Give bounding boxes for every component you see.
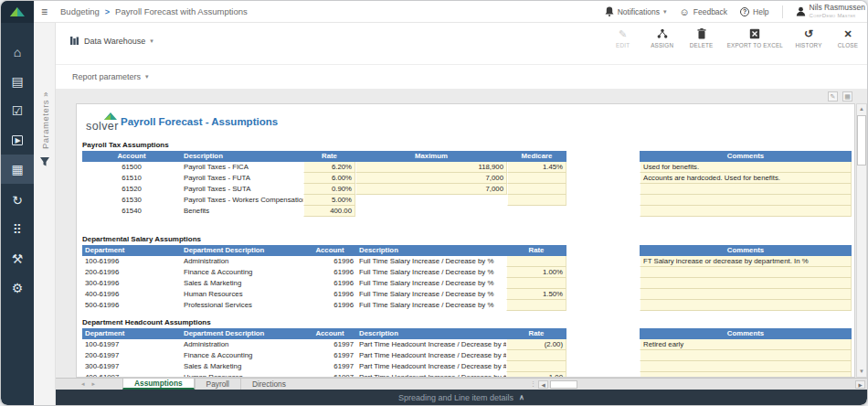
- comment-cell[interactable]: [640, 278, 852, 289]
- sidebar-item-report-library[interactable]: ▤: [1, 67, 34, 96]
- user-menu[interactable]: Nils Rasmussen CorpDemo Master: [796, 4, 865, 20]
- vertical-scroll-thumb[interactable]: [857, 115, 866, 166]
- input-cell[interactable]: (2.00): [506, 339, 566, 350]
- comment-cell[interactable]: [640, 267, 852, 278]
- data-cell: 500-61996: [82, 300, 181, 311]
- comment-cell[interactable]: [640, 195, 852, 206]
- input-cell[interactable]: 1.00%: [506, 267, 566, 278]
- data-cell: 61500: [82, 162, 181, 173]
- comment-cell[interactable]: [640, 206, 852, 217]
- breadcrumb-separator: >: [105, 7, 110, 16]
- input-cell[interactable]: 6.20%: [303, 162, 355, 173]
- comment-cell[interactable]: Retired early: [640, 339, 852, 350]
- user-avatar-icon: [796, 6, 806, 16]
- vertical-scrollbar[interactable]: ▲ ▼: [856, 103, 867, 378]
- spreading-details-bar[interactable]: Spreading and Line item details ∧: [56, 390, 867, 405]
- input-cell[interactable]: [506, 300, 566, 311]
- report-parameters-toggle[interactable]: Report parameters ▾: [72, 72, 149, 81]
- sidebar-item-process[interactable]: ⠿: [1, 215, 34, 244]
- export-to-excel-button[interactable]: EXPORT TO EXCEL: [727, 27, 783, 48]
- sheet-tab-payroll[interactable]: Payroll: [195, 379, 240, 390]
- input-cell[interactable]: [507, 173, 566, 184]
- scroll-down-arrow[interactable]: ▼: [857, 367, 866, 377]
- edit-label: EDIT: [616, 42, 630, 48]
- sidebar-item-publish[interactable]: ↻: [1, 186, 34, 215]
- data-cell: Full Time Salary Increase / Decrease by …: [356, 256, 506, 267]
- breadcrumb-section[interactable]: Budgeting: [60, 6, 100, 16]
- tab-scroll-left-icon[interactable]: ◂: [78, 379, 89, 390]
- hamburger-menu-icon[interactable]: ≡: [41, 5, 48, 18]
- help-button[interactable]: ? Help: [740, 7, 768, 16]
- close-button[interactable]: ✕CLOSE: [834, 27, 862, 48]
- input-cell[interactable]: 6.00%: [303, 173, 355, 184]
- scroll-left-arrow[interactable]: ◀: [538, 380, 548, 389]
- input-cell[interactable]: 7,000: [355, 173, 507, 184]
- column-header: Description: [356, 245, 506, 256]
- sidebar-item-home[interactable]: ⌂: [1, 37, 34, 67]
- notifications-label: Notifications: [618, 7, 660, 16]
- column-header: Account: [303, 328, 356, 339]
- sidebar-item-assignments[interactable]: ☑: [1, 96, 34, 125]
- assumptions-table: DepartmentDepartment DescriptionAccountD…: [82, 245, 566, 311]
- scroll-right-arrow[interactable]: ▶: [855, 380, 865, 389]
- comment-cell[interactable]: FT Salary increase or decrease by depart…: [640, 256, 852, 267]
- data-cell: [355, 206, 507, 217]
- solver-logo-mark[interactable]: [1, 1, 34, 23]
- data-cell: 100-61996: [82, 256, 181, 267]
- report-parameters-label: Report parameters: [72, 72, 141, 81]
- input-cell[interactable]: [506, 278, 566, 289]
- input-cell[interactable]: 118,900: [355, 162, 507, 173]
- input-cell[interactable]: 1.50%: [506, 289, 566, 300]
- feedback-button[interactable]: ☺ Feedback: [680, 7, 728, 16]
- data-cell: 400-61996: [82, 289, 181, 300]
- report-toolbar: Data Warehouse ▾ ✎EDITASSIGNDELETEEXPORT…: [56, 23, 867, 65]
- sidebar-item-report-player[interactable]: ▶: [1, 125, 34, 155]
- comment-cell[interactable]: [640, 289, 852, 300]
- delete-button[interactable]: DELETE: [688, 27, 715, 48]
- data-cell: 61520: [82, 184, 181, 195]
- report-player-icon: ▶: [12, 135, 23, 145]
- close-label: CLOSE: [838, 42, 858, 48]
- notifications-button[interactable]: Notifications ▾: [605, 6, 667, 16]
- comment-cell[interactable]: [640, 300, 852, 311]
- data-cell: 61997: [303, 361, 356, 372]
- input-cell[interactable]: [506, 361, 566, 372]
- horizontal-scrollbar[interactable]: ⋮ ◀ ▶: [530, 379, 867, 390]
- grid-view-icon[interactable]: ▦: [842, 91, 852, 102]
- assign-icon: [657, 27, 668, 40]
- input-cell[interactable]: 5.00%: [303, 195, 355, 206]
- sidebar-item-tools[interactable]: ⚒: [1, 244, 34, 273]
- scroll-up-arrow[interactable]: ▲: [857, 104, 866, 114]
- comment-cell[interactable]: [640, 184, 852, 195]
- input-cell[interactable]: 0.90%: [303, 184, 355, 195]
- popout-edit-icon[interactable]: ✎: [828, 91, 838, 102]
- horizontal-scroll-thumb[interactable]: [550, 380, 577, 389]
- data-cell: 61996: [303, 300, 356, 311]
- data-source-selector[interactable]: Data Warehouse ▾: [69, 36, 153, 46]
- resize-handle-icon[interactable]: ⋮: [530, 380, 536, 388]
- input-cell[interactable]: [507, 184, 566, 195]
- input-cell[interactable]: [507, 195, 566, 206]
- assign-button[interactable]: ASSIGN: [649, 27, 676, 48]
- input-cell[interactable]: 1.45%: [507, 162, 566, 173]
- tab-scroll-right-icon[interactable]: ▸: [89, 379, 100, 390]
- input-cell[interactable]: [506, 256, 566, 267]
- budgeting-icon: ▦: [11, 162, 23, 176]
- input-cell[interactable]: 7,000: [355, 184, 507, 195]
- input-cell[interactable]: [506, 350, 566, 361]
- data-cell: Finance & Accounting: [181, 267, 303, 278]
- history-button[interactable]: ↺HISTORY: [795, 27, 822, 48]
- data-cell: 61996: [303, 289, 356, 300]
- data-cell: Part Time Headcount Increase / Decrease …: [356, 361, 506, 372]
- input-cell[interactable]: 400.00: [303, 206, 355, 217]
- sheet-tab-assumptions[interactable]: Assumptions: [122, 379, 195, 390]
- comment-cell[interactable]: [640, 350, 852, 361]
- sheet-tab-directions[interactable]: Directions: [240, 379, 297, 390]
- comment-cell[interactable]: [640, 361, 852, 372]
- sidebar-item-budgeting[interactable]: ▦: [1, 155, 34, 184]
- sidebar-item-settings[interactable]: ⚙: [1, 273, 34, 303]
- user-role: CorpDemo Master: [810, 12, 865, 20]
- comment-cell[interactable]: Used for benefits.: [640, 162, 852, 173]
- parameters-panel[interactable]: Parameters »: [34, 23, 56, 405]
- comment-cell[interactable]: Accounts are hardcoded. Used for benefit…: [640, 173, 852, 184]
